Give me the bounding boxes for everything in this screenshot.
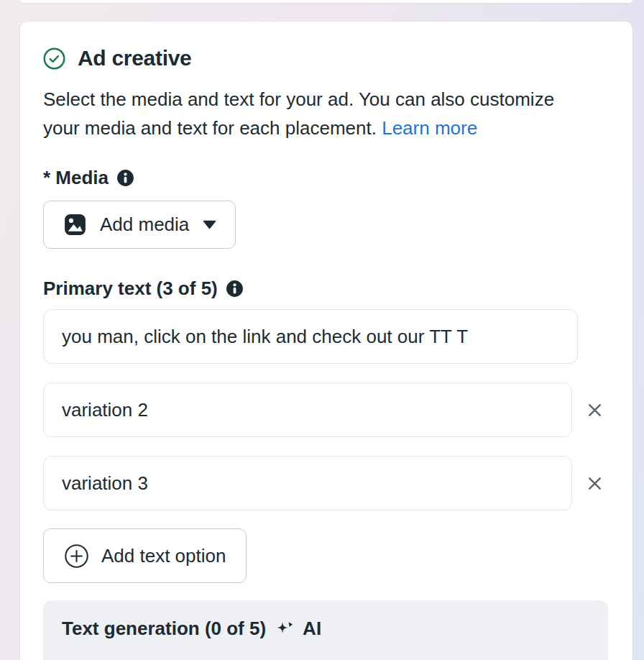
previous-card-bottom-edge (20, 0, 632, 3)
info-icon[interactable] (226, 280, 244, 298)
add-media-label: Add media (100, 214, 189, 236)
info-icon[interactable] (116, 169, 134, 187)
primary-text-label: Primary text (3 of 5) (43, 278, 610, 300)
text-generation-section: Text generation (0 of 5) AI (43, 600, 608, 660)
primary-text-input-1[interactable] (43, 309, 578, 364)
section-header: Ad creative (43, 46, 610, 70)
plus-circle-icon (64, 544, 89, 569)
description-text: Select the media and text for your ad. Y… (43, 88, 554, 139)
text-generation-ai-label: AI (303, 618, 321, 640)
learn-more-link[interactable]: Learn more (382, 117, 477, 139)
media-image-icon (63, 212, 88, 237)
ai-sparkle-icon (275, 619, 294, 638)
text-generation-title: Text generation (0 of 5) AI (62, 618, 589, 640)
media-label-text: * Media (43, 167, 109, 189)
primary-text-input-2[interactable] (43, 382, 572, 437)
chevron-down-icon (203, 220, 216, 229)
primary-text-row-3 (43, 456, 610, 510)
primary-text-input-3[interactable] (43, 456, 572, 510)
add-text-option-label: Add text option (101, 545, 226, 567)
add-media-button[interactable]: Add media (43, 201, 236, 249)
text-generation-label: Text generation (0 of 5) (62, 618, 266, 640)
close-icon (586, 475, 604, 492)
section-description: Select the media and text for your ad. Y… (43, 85, 581, 142)
primary-text-row-1 (43, 309, 610, 364)
add-text-option-button[interactable]: Add text option (43, 528, 247, 583)
completed-check-icon (43, 47, 65, 70)
close-icon (586, 401, 604, 419)
remove-text-option-button[interactable] (579, 468, 610, 498)
remove-text-option-button[interactable] (579, 395, 610, 425)
primary-text-row-2 (43, 382, 610, 437)
section-title: Ad creative (78, 46, 191, 70)
media-label: * Media (43, 167, 610, 189)
primary-text-label-text: Primary text (3 of 5) (43, 278, 218, 300)
ad-creative-card: Ad creative Select the media and text fo… (20, 22, 632, 660)
